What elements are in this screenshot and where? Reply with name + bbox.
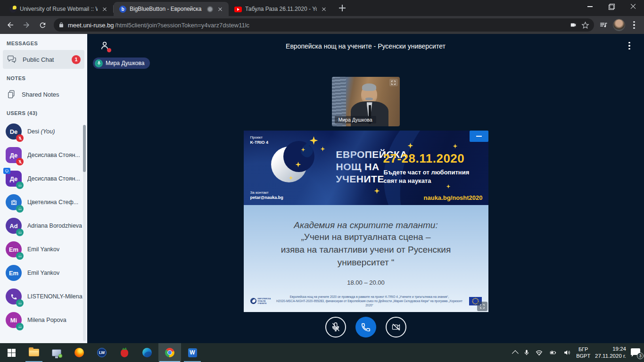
bbb-sidebar: MESSAGES Public Chat 1 NOTES Shared Note… [0, 34, 87, 343]
banner-contact: За контакт petar@nauka.bg [250, 190, 283, 200]
tab-close-icon[interactable] [320, 5, 328, 13]
computer-monitor-icon [52, 349, 61, 356]
unmute-button[interactable] [325, 317, 346, 337]
window-close-button[interactable] [622, 0, 644, 13]
action-center-icon[interactable]: 3 [631, 348, 640, 357]
banner-subtitle: Бъдете част от любопитния свят на наукат… [384, 168, 470, 185]
presentation-fullscreen-icon[interactable] [477, 302, 487, 311]
banner-website: nauka.bg/nosht2020 [424, 194, 483, 201]
user-list-item[interactable]: EmEmil Yankov [0, 238, 87, 261]
tab-bigbluebutton[interactable]: BigBlueButton - Европейска [114, 2, 229, 16]
user-list-item[interactable]: ДеДесислава Стоян... [0, 143, 87, 167]
taskbar-file-explorer[interactable] [23, 343, 45, 362]
reload-button[interactable] [36, 18, 49, 32]
sidebar-item-public-chat[interactable]: Public Chat 1 [3, 50, 84, 69]
user-list-item[interactable]: LISTENONLY-Milena... [0, 285, 87, 308]
user-name: Emil Yankov [27, 270, 59, 276]
tab-audio-indicator-icon[interactable] [207, 6, 213, 12]
forward-button[interactable] [20, 18, 33, 32]
chat-icon [7, 55, 17, 64]
tray-microphone-icon[interactable] [523, 348, 530, 357]
tab-close-icon[interactable] [216, 5, 224, 13]
user-name: Десислава Стоян... [27, 152, 80, 158]
taskbar-firefox[interactable] [68, 343, 91, 362]
taskbar-strawberry-app[interactable] [113, 343, 136, 362]
new-tab-button[interactable] [336, 2, 348, 14]
browser-tabstrip: University of Ruse Webmail :: Wel BigBlu… [0, 0, 644, 16]
listen-only-badge [16, 229, 24, 236]
taskbar-chrome[interactable] [158, 343, 181, 362]
tray-volume-icon[interactable] [562, 349, 571, 356]
tab-webmail[interactable]: University of Ruse Webmail :: Wel [4, 2, 113, 16]
tray-battery-icon[interactable] [548, 349, 558, 356]
notes-section-label: NOTES [0, 69, 87, 85]
leave-audio-button[interactable] [355, 317, 376, 337]
minimize-presentation-button[interactable] [470, 131, 488, 142]
sidebar-item-shared-notes[interactable]: Shared Notes [3, 85, 84, 104]
back-button[interactable] [4, 18, 17, 32]
windows-taskbar: LW W БГР BGPT 19:24 27.11.2020 г. 3 [0, 343, 644, 362]
user-avatar [6, 288, 22, 304]
listen-only-badge [16, 205, 24, 213]
bigbluebutton-favicon [119, 6, 126, 13]
tab-title: University of Ruse Webmail :: Wel [20, 6, 98, 12]
clock[interactable]: 19:24 27.11.2020 г. [595, 346, 626, 360]
tab-title: Табула Раза 26.11.2020 - YouTub [245, 6, 317, 12]
bookmark-star-icon[interactable] [581, 21, 589, 29]
flask-icon [299, 141, 314, 157]
user-list-item[interactable]: ДеДесислава Стоян... [0, 167, 87, 190]
taskbar-edge[interactable] [136, 343, 158, 362]
listen-only-badge [16, 252, 24, 260]
tray-wifi-icon[interactable] [535, 349, 544, 356]
user-list-item[interactable]: EmEmil Yankov [0, 261, 87, 285]
active-talker-pill[interactable]: Мира Душкова [93, 58, 150, 69]
user-avatar: De [6, 123, 22, 140]
browser-profile-avatar[interactable] [613, 19, 625, 31]
tab-close-icon[interactable] [101, 5, 108, 13]
user-avatar: Mi [6, 312, 22, 328]
webcam-name-label: Мира Душкова [335, 116, 376, 123]
slide-heading: Академия на скритите таланти: [244, 205, 488, 230]
file-explorer-icon [29, 349, 39, 356]
users-scrollbar[interactable] [83, 125, 86, 341]
user-avatar: Em [6, 265, 22, 281]
tab-youtube[interactable]: Табула Раза 26.11.2020 - YouTub [229, 2, 332, 16]
system-tray: БГР BGPT 19:24 27.11.2020 г. 3 [514, 343, 644, 362]
browser-toolbar: meet.uni-ruse.bg/html5client/join?sessio… [0, 16, 644, 34]
user-list-item[interactable]: MiMilena Popova [0, 308, 87, 332]
browser-menu-icon[interactable] [630, 20, 638, 30]
listen-only-badge [16, 181, 24, 189]
start-button[interactable] [0, 343, 23, 362]
language-indicator[interactable]: БГР BGPT [576, 346, 590, 359]
address-bar[interactable]: meet.uni-ruse.bg/html5client/join?sessio… [54, 18, 594, 32]
taskbar-lw-app[interactable]: LW [91, 343, 113, 362]
camera-in-use-icon[interactable] [569, 22, 578, 28]
media-controls-icon[interactable] [599, 21, 608, 29]
options-menu-icon[interactable] [625, 41, 634, 50]
tray-expand-icon[interactable] [512, 350, 519, 357]
user-name: Desi (You) [27, 128, 55, 135]
camera-icon [10, 199, 17, 206]
user-list-item[interactable]: AdAdriana Borodzhieva [0, 214, 87, 238]
listen-only-badge [16, 323, 24, 330]
window-controls [579, 0, 644, 13]
youtube-favicon [234, 7, 242, 12]
public-chat-label: Public Chat [23, 56, 54, 63]
lock-icon [58, 22, 64, 28]
user-avatar [6, 194, 22, 210]
webcam-fullscreen-icon[interactable] [389, 79, 398, 86]
share-webcam-button[interactable] [386, 317, 406, 337]
strawberry-icon [121, 349, 128, 357]
taskbar-word[interactable]: W [181, 343, 204, 362]
banner-project-label: Проект K-TRIO 4 [250, 135, 269, 145]
window-restore-button[interactable] [601, 0, 622, 13]
user-name: Цветелина Стеф... [27, 199, 78, 206]
user-list-item[interactable]: Цветелина Стеф... [0, 190, 87, 214]
slide-content: Академия на скритите таланти: „Учени на … [244, 205, 488, 312]
webcam-video[interactable]: Мира Душкова [332, 77, 400, 126]
window-minimize-button[interactable] [579, 0, 601, 13]
user-list-item[interactable]: DeDesi (You) [0, 120, 87, 143]
windows-logo-icon [8, 349, 16, 357]
users-scrollbar-thumb[interactable] [83, 125, 86, 172]
taskbar-system-app[interactable] [45, 343, 68, 362]
